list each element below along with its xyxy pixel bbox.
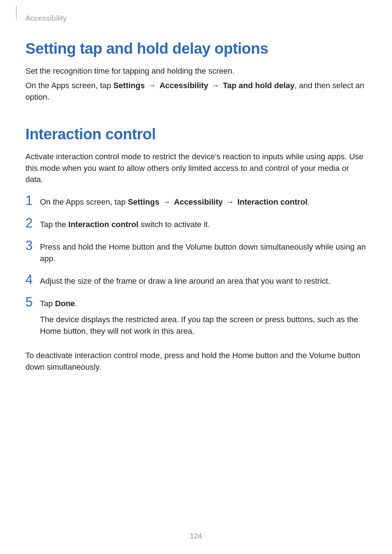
text: . — [75, 299, 77, 308]
step-2: 2 Tap the Interaction control switch to … — [25, 217, 367, 230]
step-number: 3 — [25, 239, 40, 252]
settings-label: Settings — [128, 197, 159, 206]
step-body: Tap Done. The device displays the restri… — [40, 296, 367, 341]
section1-paragraph2: On the Apps screen, tap Settings → Acces… — [25, 80, 367, 103]
step-body: Press and hold the Home button and the V… — [40, 239, 367, 264]
step-body: Adjust the size of the frame or draw a l… — [40, 273, 330, 287]
page-content: Accessibility Setting tap and hold delay… — [0, 0, 392, 373]
header-divider — [16, 6, 17, 20]
text: . — [307, 197, 310, 206]
arrow-icon: → — [225, 197, 235, 206]
section2-outro: To deactivate interaction control mode, … — [25, 350, 367, 373]
text: On the Apps screen, tap — [25, 81, 113, 90]
tap-and-hold-delay-label: Tap and hold delay — [223, 81, 295, 90]
step-number: 4 — [25, 273, 40, 286]
arrow-icon: → — [162, 197, 172, 206]
interaction-control-label: Interaction control — [68, 220, 138, 229]
step-1: 1 On the Apps screen, tap Settings → Acc… — [25, 194, 367, 208]
text: On the Apps screen, tap — [40, 197, 128, 206]
step-number: 2 — [25, 217, 40, 230]
text: switch to activate it. — [138, 220, 210, 229]
settings-label: Settings — [113, 81, 145, 90]
step-body: On the Apps screen, tap Settings → Acces… — [40, 194, 310, 208]
text: Tap — [40, 299, 55, 308]
section2-title: Interaction control — [25, 126, 367, 143]
step-4: 4 Adjust the size of the frame or draw a… — [25, 273, 367, 287]
accessibility-label: Accessibility — [174, 197, 223, 206]
running-header: Accessibility — [25, 14, 367, 22]
arrow-icon: → — [211, 81, 221, 90]
step-body: Tap the Interaction control switch to ac… — [40, 217, 210, 230]
step-5: 5 Tap Done. The device displays the rest… — [25, 296, 367, 341]
section1-paragraph1: Set the recognition time for tapping and… — [25, 65, 367, 77]
step-number: 5 — [25, 296, 40, 309]
section2-intro: Activate interaction control mode to res… — [25, 151, 367, 186]
text: Tap the — [40, 220, 68, 229]
accessibility-label: Accessibility — [159, 81, 208, 90]
step-5-note: The device displays the restricted area.… — [40, 314, 367, 337]
step-number: 1 — [25, 194, 40, 207]
steps-list: 1 On the Apps screen, tap Settings → Acc… — [25, 194, 367, 341]
section1-title: Setting tap and hold delay options — [25, 40, 367, 57]
arrow-icon: → — [147, 81, 157, 90]
done-label: Done — [55, 299, 75, 308]
interaction-control-label: Interaction control — [237, 197, 307, 206]
step-3: 3 Press and hold the Home button and the… — [25, 239, 367, 264]
page-number: 124 — [0, 532, 392, 540]
